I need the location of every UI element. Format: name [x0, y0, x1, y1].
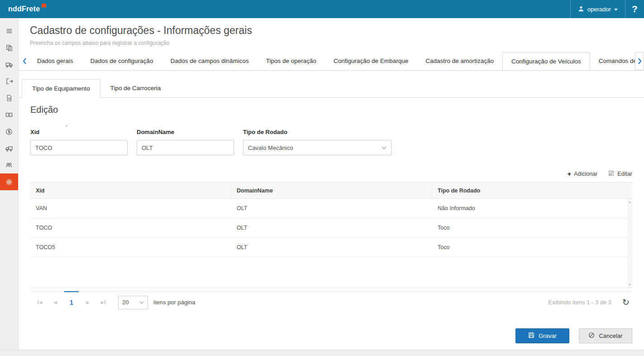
save-button[interactable]: Gravar	[515, 328, 569, 343]
help-label: ?	[632, 4, 638, 14]
tab-scroll-left-icon[interactable]	[20, 52, 29, 70]
pager: ◀ ◀ 1 ▶ ▶ 20 itens por página Exibindo i…	[30, 291, 632, 313]
last-page-button[interactable]: ▶	[95, 300, 111, 305]
main-tabstrip: Dados gerais Dados de configuração Dados…	[19, 52, 644, 71]
header-xid[interactable]: Xid	[30, 183, 231, 198]
topbar: nddFrete operador ?	[0, 0, 644, 18]
add-button[interactable]: + Adicionar	[567, 170, 597, 177]
logo-flag-icon	[42, 4, 46, 8]
next-page-button[interactable]: ▶	[80, 300, 95, 305]
plus-icon: +	[567, 170, 571, 177]
tab-dados-de-campos-dinamicos[interactable]: Dados de campos dinâmicos	[162, 52, 257, 70]
domainname-input[interactable]	[137, 140, 234, 155]
app-logo: nddFrete	[8, 5, 46, 13]
tab-scroll-right-icon[interactable]	[635, 52, 644, 70]
cell-xid: TOCO	[30, 225, 231, 231]
edit-button[interactable]: Editar	[608, 170, 632, 178]
user-label: operador	[587, 6, 611, 13]
chevron-down-icon	[382, 146, 386, 149]
cell-tipo-rodado: Não Informado	[432, 205, 632, 212]
menu-icon[interactable]	[0, 23, 18, 39]
subtab-tipo-de-equipamento[interactable]: Tipo de Equipamento	[22, 79, 100, 98]
dollar-refund-icon[interactable]	[0, 123, 18, 140]
page-size-dropdown[interactable]: 20	[118, 296, 148, 309]
xid-label: Xid	[30, 129, 128, 135]
users-icon[interactable]	[0, 157, 18, 173]
subtab-tipo-de-carroceria[interactable]: Tipo de Carroceria	[100, 79, 171, 97]
equipment-grid: Xid DomainName Tipo de Rodado VAN OLT Nã…	[30, 182, 632, 288]
grid-scrollbar[interactable]: ▲ ▼	[627, 199, 632, 288]
required-marker: .	[30, 122, 128, 128]
cell-xid: TOCO5	[30, 244, 231, 250]
pager-status: Exibindo itens 1 - 3 de 3	[549, 299, 611, 306]
tipo-rodado-value: Cavalo Mecânico	[248, 144, 293, 151]
scroll-down-icon[interactable]: ▼	[628, 283, 631, 286]
first-page-button[interactable]: ◀	[32, 300, 48, 305]
scroll-up-icon[interactable]: ▲	[628, 200, 631, 203]
page-size-value: 20	[122, 299, 129, 306]
cell-domainname: OLT	[231, 244, 432, 250]
xid-input[interactable]	[30, 140, 128, 155]
edit-pencil-icon	[608, 170, 615, 178]
grid-body: VAN OLT Não Informado TOCO OLT Toco TOCO…	[30, 199, 632, 288]
page-number-current[interactable]: 1	[63, 299, 80, 306]
refresh-icon[interactable]: ↻	[622, 298, 630, 307]
user-icon	[578, 5, 584, 13]
topbar-right: operador ?	[570, 0, 644, 18]
xid-field-group: . Xid	[30, 122, 128, 155]
copy-icon[interactable]	[0, 39, 18, 56]
delivery-truck-icon[interactable]	[0, 140, 18, 157]
cancel-circle-icon	[588, 332, 595, 340]
add-label: Adicionar	[574, 171, 597, 177]
section-title: Edição	[30, 105, 632, 115]
main-content: Cadastro de configurações - Informações …	[19, 18, 644, 356]
grid-actions: + Adicionar Editar	[30, 170, 632, 178]
save-disk-icon	[528, 332, 534, 340]
edit-form: . Xid DomainName Tipo de Rodado Cavalo M…	[30, 122, 632, 155]
cell-domainname: OLT	[231, 225, 432, 231]
settings-gears-icon[interactable]	[0, 173, 18, 190]
help-button[interactable]: ?	[625, 0, 644, 18]
domainname-field-group: DomainName	[137, 122, 234, 155]
bottom-strip	[0, 350, 644, 356]
header-tipo-rodado[interactable]: Tipo de Rodado	[432, 183, 632, 198]
document-icon[interactable]	[0, 90, 18, 106]
tab-cadastro-de-amortizacao[interactable]: Cadastro de amortização	[417, 52, 502, 70]
banknote-icon[interactable]	[0, 106, 18, 123]
table-row[interactable]: VAN OLT Não Informado	[30, 199, 632, 218]
pager-right: Exibindo itens 1 - 3 de 3 ↻	[549, 298, 632, 307]
prev-page-button[interactable]: ◀	[48, 300, 63, 305]
tab-dados-gerais[interactable]: Dados gerais	[29, 52, 82, 70]
tipo-rodado-field-group: Tipo de Rodado Cavalo Mecânico	[243, 122, 391, 155]
cell-tipo-rodado: Toco	[432, 244, 632, 250]
page-subtitle: Preencha os campos abaixo para registrar…	[30, 40, 644, 46]
header-domainname[interactable]: DomainName	[231, 183, 432, 198]
grid-header-row: Xid DomainName Tipo de Rodado	[30, 182, 632, 199]
user-menu[interactable]: operador	[570, 0, 625, 18]
sidebar	[0, 18, 19, 356]
tab-configuracao-de-veiculos[interactable]: Configuração de Veículos	[502, 52, 590, 71]
truck-icon[interactable]	[0, 56, 18, 73]
logout-icon[interactable]	[0, 73, 18, 90]
tab-configuracao-de-embarque[interactable]: Configuração de Embarque	[325, 52, 417, 70]
page-title: Cadastro de configurações - Informações …	[30, 24, 644, 37]
edit-panel: Edição . Xid DomainName Tipo de Rodado C…	[19, 105, 644, 343]
chevron-down-icon	[614, 9, 618, 11]
app-logo-text: nddFrete	[8, 5, 40, 13]
table-row[interactable]: TOCO OLT Toco	[30, 218, 632, 238]
cell-tipo-rodado: Toco	[432, 225, 632, 231]
footer-actions: Gravar Cancelar	[30, 328, 632, 343]
cancel-button[interactable]: Cancelar	[579, 328, 632, 343]
tab-tipos-de-operacao[interactable]: Tipos de operação	[258, 52, 325, 70]
tab-dados-de-configuracao[interactable]: Dados de configuração	[82, 52, 162, 70]
table-row[interactable]: TOCO5 OLT Toco	[30, 238, 632, 257]
page-size-label: itens por página	[153, 299, 196, 306]
cell-xid: VAN	[30, 205, 231, 212]
sub-tabstrip: Tipo de Equipamento Tipo de Carroceria	[19, 79, 644, 98]
domainname-label: DomainName	[137, 129, 234, 135]
tipo-rodado-dropdown[interactable]: Cavalo Mecânico	[243, 140, 391, 155]
chevron-down-icon	[139, 301, 144, 304]
cancel-label: Cancelar	[599, 332, 622, 339]
page-header: Cadastro de configurações - Informações …	[19, 18, 644, 46]
cell-domainname: OLT	[231, 205, 432, 212]
